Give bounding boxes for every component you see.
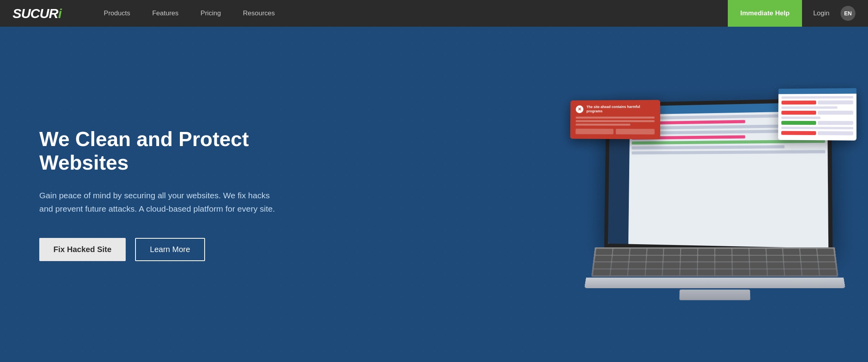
key-45: [628, 269, 645, 275]
key-42: [819, 262, 836, 269]
hero-illustration: ✕ The site ahead contains harmful progra…: [577, 77, 852, 312]
immediate-help-button[interactable]: Immediate Help: [728, 0, 802, 27]
nav-links: Products Features Pricing Resources: [93, 0, 727, 27]
key-27: [801, 256, 818, 261]
key-7: [698, 249, 714, 255]
nav-link-pricing[interactable]: Pricing: [190, 0, 232, 27]
dp-badge-neutral-3: [818, 121, 853, 125]
key-41: [801, 262, 819, 269]
hero-description: Gain peace of mind by securing all your …: [39, 189, 275, 216]
warning-line-3: [576, 123, 631, 125]
warning-card: ✕ The site ahead contains harmful progra…: [570, 100, 660, 139]
hero-title: We Clean and Protect Websites: [39, 128, 306, 175]
dp-row-2: [782, 106, 837, 109]
dp-badge-row-3: [781, 121, 853, 125]
hero-section: We Clean and Protect Websites Gain peace…: [0, 27, 868, 362]
dp-badge-neutral-2: [818, 111, 853, 115]
warning-card-header: ✕ The site ahead contains harmful progra…: [576, 105, 655, 113]
key-32: [646, 262, 663, 269]
hero-buttons: Fix Hacked Site Learn More: [39, 238, 306, 261]
laptop-keyboard: [591, 247, 839, 277]
key-11: [766, 249, 783, 255]
logo-text: SUCURi: [13, 6, 61, 21]
key-55: [802, 269, 819, 275]
nav-link-features[interactable]: Features: [141, 0, 189, 27]
key-39: [767, 262, 784, 269]
screen-row-7: [632, 145, 784, 150]
warning-buttons: [575, 128, 654, 134]
dp-badge-neutral-1: [818, 101, 853, 104]
dp-badge-red-2: [781, 111, 816, 115]
key-43: [593, 269, 610, 275]
hero-content: We Clean and Protect Websites Gain peace…: [39, 128, 306, 261]
key-38: [750, 262, 767, 269]
nav-link-resources[interactable]: Resources: [232, 0, 286, 27]
key-29: [594, 262, 611, 269]
key-22: [715, 256, 732, 261]
dp-badge-row-4: [781, 131, 853, 135]
laptop-graphic: ✕ The site ahead contains harmful progra…: [577, 77, 852, 304]
key-17: [629, 256, 646, 261]
warning-btn-1: [575, 128, 613, 134]
key-50: [715, 269, 732, 275]
navbar: SUCURi Products Features Pricing Resourc…: [0, 0, 868, 27]
fix-hacked-site-button[interactable]: Fix Hacked Site: [39, 238, 126, 261]
key-56: [819, 269, 837, 275]
key-8: [715, 249, 732, 255]
laptop-base: [584, 278, 846, 288]
key-35: [698, 262, 714, 269]
key-20: [681, 256, 697, 261]
logo-accent: i: [58, 6, 61, 21]
key-52: [750, 269, 767, 275]
warning-card-title: The site ahead contains harmful programs: [586, 105, 655, 113]
key-14: [817, 249, 834, 255]
key-33: [663, 262, 680, 269]
dp-badge-neutral-4: [818, 131, 853, 135]
dp-badge-red-1: [782, 101, 816, 104]
learn-more-button[interactable]: Learn More: [135, 238, 205, 261]
screen-row-8: [632, 150, 825, 154]
key-2: [613, 249, 630, 255]
key-3: [630, 249, 646, 255]
key-53: [767, 269, 784, 275]
warning-line-2: [576, 120, 655, 122]
key-24: [749, 256, 766, 261]
logo-name-part1: SUCUR: [13, 6, 58, 21]
key-47: [663, 269, 680, 275]
key-46: [645, 269, 662, 275]
dp-topbar: [778, 88, 857, 94]
key-25: [767, 256, 784, 261]
key-36: [715, 262, 732, 269]
key-13: [800, 249, 817, 255]
warning-x-icon: ✕: [576, 105, 584, 113]
nav-link-products[interactable]: Products: [93, 0, 141, 27]
key-44: [610, 269, 628, 275]
nav-right: Immediate Help Login EN: [728, 0, 855, 27]
dp-row-1: [782, 96, 853, 99]
dp-badge-row-1: [782, 101, 853, 105]
key-40: [784, 262, 801, 269]
key-4: [647, 249, 663, 255]
key-31: [628, 262, 645, 269]
logo[interactable]: SUCURi: [13, 6, 61, 21]
key-28: [818, 256, 835, 261]
dp-badge-row-2: [781, 111, 853, 115]
key-18: [646, 256, 663, 261]
key-37: [732, 262, 749, 269]
key-12: [783, 249, 800, 255]
key-30: [611, 262, 628, 269]
dp-row-3: [781, 117, 820, 119]
dp-badge-red-3: [781, 131, 816, 135]
key-48: [680, 269, 697, 275]
language-selector[interactable]: EN: [841, 6, 855, 21]
key-9: [732, 249, 749, 255]
key-6: [681, 249, 698, 255]
key-5: [664, 249, 680, 255]
key-10: [749, 249, 766, 255]
dp-row-4: [781, 127, 853, 130]
laptop-trackpad: [679, 290, 751, 300]
login-link[interactable]: Login: [808, 9, 834, 17]
key-16: [612, 256, 629, 261]
dp-badge-green-1: [781, 121, 816, 125]
screen-row-6: [632, 140, 825, 145]
